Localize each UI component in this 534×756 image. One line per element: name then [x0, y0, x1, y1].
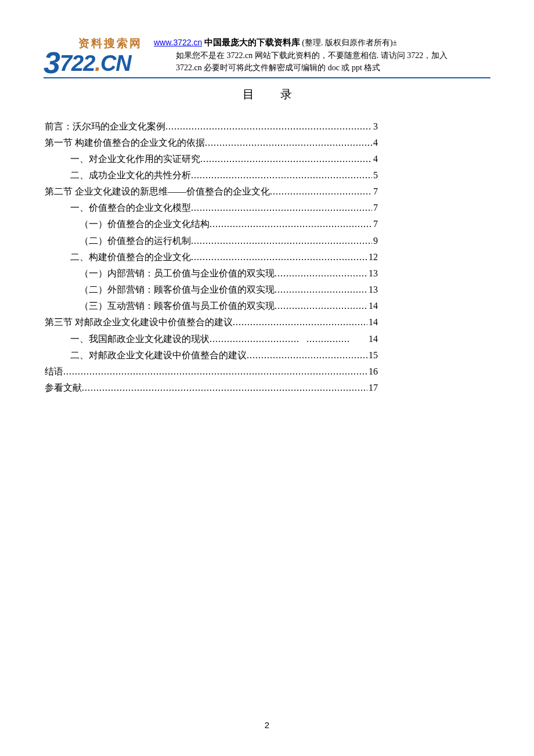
- toc-dots: [306, 331, 350, 347]
- toc-entry-page: 5: [372, 167, 378, 183]
- toc-entry: （二）外部营销：顾客价值与企业价值的双实现13: [45, 282, 378, 298]
- toc-dots: [82, 380, 367, 396]
- toc-entry-page: 12: [367, 249, 378, 265]
- toc-entry: （一）内部营销：员工价值与企业价值的双实现13: [45, 265, 378, 282]
- toc-entry-label: （二）外部营销：顾客价值与企业价值的双实现: [45, 282, 275, 298]
- toc-dots: [165, 118, 372, 135]
- toc-entry: 二、成功企业文化的共性分析5: [45, 167, 378, 183]
- toc-dots: [210, 216, 372, 232]
- toc-entry-label: 第一节 构建价值整合的企业文化的依据: [45, 135, 205, 151]
- toc-entry: 一、价值整合的企业文化模型7: [45, 200, 378, 216]
- toc-entry-label: 一、对企业文化作用的实证研究: [45, 151, 200, 167]
- header-suffix: (整理. 版权归原作者所有)±: [302, 38, 397, 47]
- page-number: 2: [0, 720, 534, 730]
- toc-dots: [191, 200, 372, 216]
- toc-dots: [275, 282, 367, 298]
- toc-entry-page: 13: [367, 265, 378, 282]
- toc-entry: 一、我国邮政企业文化建设的现状14: [45, 331, 378, 347]
- toc-entry-label: （二）价值整合的运行机制: [45, 233, 191, 249]
- toc-entry-page: 7: [372, 216, 378, 232]
- toc-entry-page: 4: [372, 151, 378, 167]
- toc-dots: [191, 167, 372, 183]
- toc-dots: [270, 183, 372, 200]
- toc-entry-label: 二、构建价值整合的企业文化: [45, 249, 191, 265]
- header-line-2: 如果您不是在 3722.cn 网站下载此资料的，不要随意相信. 请访问 3722…: [154, 49, 490, 62]
- toc-entry-page: 13: [367, 282, 378, 298]
- toc-dots: [205, 135, 372, 151]
- toc-entry-page: 7: [372, 200, 378, 216]
- toc-entry-label: 一、我国邮政企业文化建设的现状: [45, 331, 210, 347]
- toc-entry: 一、对企业文化作用的实证研究4: [45, 151, 378, 167]
- header-line-3: 3722.cn 必要时可将此文件解密成可编辑的 doc 或 ppt 格式: [154, 62, 490, 74]
- toc-entry-label: 一、价值整合的企业文化模型: [45, 200, 191, 216]
- toc-entry-page: 14: [367, 298, 378, 314]
- toc-entry: 参看文献17: [45, 380, 378, 396]
- toc-entry-label: 二、成功企业文化的共性分析: [45, 167, 191, 183]
- toc-entry-page: 3: [372, 118, 378, 135]
- toc-entry-label: （三）互动营销：顾客价值与员工价值的双实现: [45, 298, 275, 314]
- toc-dots: [63, 363, 367, 380]
- toc-entry: 结语16: [45, 363, 378, 380]
- toc-dots: [275, 298, 367, 314]
- header-line-1: www.3722.cn 中国最庞大的下载资料库 (整理. 版权归原作者所有)±: [154, 36, 490, 49]
- toc-entry: 第一节 构建价值整合的企业文化的依据4: [45, 135, 378, 151]
- page-header: 资料搜索网 3722.CN www.3722.cn 中国最庞大的下载资料库 (整…: [44, 35, 490, 74]
- toc-dots: [200, 151, 372, 167]
- toc-dots: [275, 265, 367, 282]
- logo-main-text: 3722.CN: [44, 45, 131, 80]
- toc-entry-page: 16: [367, 363, 378, 380]
- toc-entry-page: 7: [372, 183, 378, 200]
- toc-entry-label: （一）价值整合的企业文化结构: [45, 216, 210, 232]
- toc-entry-label: 参看文献: [45, 380, 82, 396]
- toc-entry: 第三节 对邮政企业文化建设中价值整合的建议14: [45, 314, 378, 330]
- toc-entry-label: 第三节 对邮政企业文化建设中价值整合的建议: [45, 314, 233, 330]
- site-logo: 资料搜索网 3722.CN: [44, 35, 142, 73]
- toc-entry: 前言：沃尔玛的企业文化案例3: [45, 118, 378, 135]
- toc-entry-page: 14: [369, 331, 378, 347]
- toc-entry: 二、对邮政企业文化建设中价值整合的建议15: [45, 347, 378, 363]
- toc-entry-page: 9: [372, 233, 378, 249]
- toc-entry-page: 17: [367, 380, 378, 396]
- toc-entry-label: 二、对邮政企业文化建设中价值整合的建议: [45, 347, 247, 363]
- table-of-contents: 前言：沃尔玛的企业文化案例3第一节 构建价值整合的企业文化的依据4一、对企业文化…: [44, 118, 490, 397]
- toc-dots: [233, 314, 367, 330]
- toc-entry: （一）价值整合的企业文化结构7: [45, 216, 378, 232]
- toc-dots: [191, 233, 372, 249]
- toc-dots: [247, 347, 367, 363]
- toc-entry-page: 14: [367, 314, 378, 330]
- toc-entry-label: 前言：沃尔玛的企业文化案例: [45, 118, 165, 135]
- toc-entry: （三）互动营销：顾客价值与员工价值的双实现14: [45, 298, 378, 314]
- toc-entry-page: 4: [372, 135, 378, 151]
- toc-dots: [210, 331, 300, 347]
- toc-dots: [191, 249, 367, 265]
- toc-entry-page: 15: [367, 347, 378, 363]
- site-url-link[interactable]: www.3722.cn: [154, 38, 202, 47]
- toc-entry: （二）价值整合的运行机制9: [45, 233, 378, 249]
- toc-entry-label: 结语: [45, 363, 63, 380]
- site-title: 中国最庞大的下载资料库: [204, 38, 300, 47]
- toc-heading: 目录: [44, 87, 490, 102]
- toc-entry: 第二节 企业文化建设的新思维——价值整合的企业文化7: [45, 183, 378, 200]
- toc-entry-label: 第二节 企业文化建设的新思维——价值整合的企业文化: [45, 183, 270, 200]
- header-text-block: www.3722.cn 中国最庞大的下载资料库 (整理. 版权归原作者所有)± …: [154, 35, 490, 74]
- toc-entry: 二、构建价值整合的企业文化12: [45, 249, 378, 265]
- toc-entry-label: （一）内部营销：员工价值与企业价值的双实现: [45, 265, 275, 282]
